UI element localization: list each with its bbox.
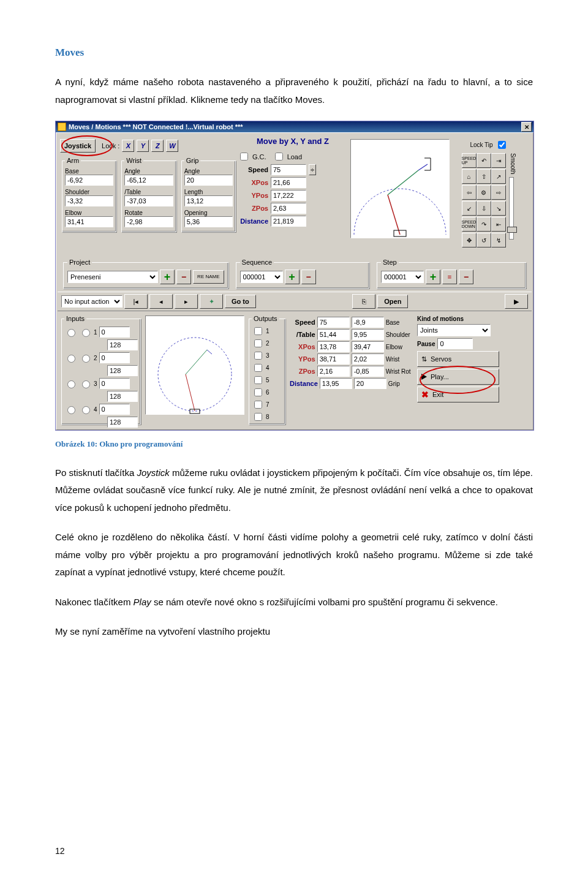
input-4a-field[interactable] [99, 404, 130, 415]
sequence-select[interactable]: 000001 [240, 271, 283, 283]
tool-reset-icon[interactable]: ↺ [477, 233, 491, 247]
output-6-checkbox[interactable] [254, 388, 262, 396]
tool-home-icon[interactable]: ⌂ [462, 169, 477, 184]
output-7-checkbox[interactable] [254, 401, 262, 409]
tool-arm-icon[interactable]: ↯ [491, 233, 506, 247]
arm-elbow-field[interactable] [65, 216, 113, 227]
input-4b-field[interactable] [107, 417, 138, 428]
sequence-remove-button[interactable]: − [301, 270, 316, 284]
input-3b-field[interactable] [107, 391, 138, 402]
project-remove-button[interactable]: − [176, 270, 191, 284]
gc-checkbox[interactable] [240, 153, 248, 161]
b-distance-field[interactable] [320, 378, 352, 389]
lock-w-button[interactable]: W [166, 140, 178, 152]
input-3-radio-b[interactable] [82, 380, 90, 388]
project-add-button[interactable]: + [160, 270, 175, 284]
tool-rotate-cw-icon[interactable]: ↷ [477, 217, 491, 232]
next-icon[interactable]: ▸ [175, 294, 198, 309]
tool-tilt-up-icon[interactable]: ↗ [491, 169, 506, 184]
input-action-select[interactable]: No input action [61, 295, 123, 308]
speed-stepper[interactable]: ÷ [309, 164, 316, 175]
input-2b-field[interactable] [107, 365, 138, 376]
tool-up-icon[interactable]: ⇧ [477, 169, 491, 184]
close-icon[interactable]: ✕ [521, 122, 532, 132]
input-2-radio-b[interactable] [82, 355, 90, 363]
run-icon[interactable]: ✦ [200, 294, 223, 309]
open-button[interactable]: Open [377, 295, 408, 308]
b-shoulder-field[interactable] [352, 329, 384, 340]
grip-opening-field[interactable] [184, 216, 233, 227]
input-3a-field[interactable] [99, 378, 130, 389]
lock-x-button[interactable]: X [122, 140, 134, 152]
output-2-checkbox[interactable] [254, 339, 262, 347]
tool-tilt-down-icon[interactable]: ↘ [491, 201, 506, 216]
b-grip-field[interactable] [354, 378, 386, 389]
tool-grip-open-icon[interactable]: ⇤ [491, 217, 506, 232]
output-3-checkbox[interactable] [254, 352, 262, 360]
load-checkbox[interactable] [275, 153, 283, 161]
smooth-slider[interactable] [509, 177, 514, 240]
tool-right-icon[interactable]: ⇨ [491, 185, 506, 200]
project-rename-button[interactable]: RE NAME [193, 270, 224, 284]
prev-icon[interactable]: ◂ [149, 294, 173, 309]
copy-icon[interactable]: ⎘ [352, 294, 375, 309]
exit-button[interactable]: ✖ Exit [417, 387, 499, 402]
grip-angle-field[interactable] [184, 175, 233, 186]
goto-button[interactable]: Go to [225, 295, 256, 308]
step-equal-button[interactable]: = [442, 270, 457, 284]
tool-down-icon[interactable]: ⇩ [477, 201, 491, 216]
speed-field[interactable] [271, 164, 306, 175]
output-8-checkbox[interactable] [254, 413, 262, 421]
ypos-field[interactable] [271, 190, 306, 201]
wrist-rotate-field[interactable] [124, 216, 173, 227]
tool-speeddown-icon[interactable]: SPEEDDOWN [462, 217, 477, 232]
input-2a-field[interactable] [99, 352, 130, 363]
servos-button[interactable]: ⇅ Servos [417, 351, 499, 367]
input-2-radio-a[interactable] [67, 355, 75, 363]
project-select[interactable]: Preneseni [67, 271, 158, 283]
output-4-checkbox[interactable] [254, 364, 262, 372]
lock-tip-checkbox[interactable] [498, 141, 506, 149]
step-select[interactable]: 000001 [381, 271, 424, 283]
input-4-radio-b[interactable] [82, 406, 90, 414]
input-1-radio-a[interactable] [67, 329, 75, 337]
distance-field[interactable] [271, 216, 306, 227]
grip-length-field[interactable] [184, 195, 233, 206]
b-wristrot-field[interactable] [352, 366, 384, 377]
xpos-field[interactable] [271, 177, 306, 188]
tool-wrist-icon[interactable]: ✥ [462, 233, 477, 247]
b-zpos-field[interactable] [317, 366, 350, 377]
input-1b-field[interactable] [107, 339, 138, 350]
output-1-checkbox[interactable] [254, 327, 262, 335]
output-5-checkbox[interactable] [254, 376, 262, 384]
play-button[interactable]: Play... [417, 369, 499, 385]
b-wrist-field[interactable] [352, 353, 384, 365]
input-3-radio-a[interactable] [67, 380, 75, 388]
tool-left-icon[interactable]: ⇦ [462, 185, 477, 200]
b-ypos-field[interactable] [317, 353, 350, 365]
b-xpos-field[interactable] [317, 341, 350, 352]
input-4-radio-a[interactable] [67, 406, 75, 414]
input-1-radio-b[interactable] [82, 329, 90, 337]
play-step-icon[interactable]: ▶ [505, 294, 528, 309]
first-icon[interactable]: |◂ [124, 294, 148, 309]
tool-diag-dl-icon[interactable]: ↙ [462, 201, 477, 216]
b-base-field[interactable] [352, 317, 384, 328]
tool-speedup-icon[interactable]: SPEEDUP [462, 153, 477, 168]
kind-of-motions-select[interactable]: Joints [417, 324, 491, 336]
wrist-table-field[interactable] [124, 195, 173, 206]
arm-base-field[interactable] [65, 175, 113, 186]
input-1a-field[interactable] [99, 327, 130, 338]
wrist-angle-field[interactable] [124, 175, 173, 186]
sequence-add-button[interactable]: + [285, 270, 300, 284]
b-table-field[interactable] [317, 329, 350, 340]
tool-rotate-ccw-icon[interactable]: ↶ [477, 153, 491, 168]
zpos-field[interactable] [271, 203, 306, 214]
pause-field[interactable] [437, 338, 473, 349]
lock-z-button[interactable]: Z [151, 140, 164, 152]
b-elbow-field[interactable] [352, 341, 384, 352]
arm-shoulder-field[interactable] [65, 195, 113, 206]
joystick-button[interactable]: Joystick [60, 139, 96, 153]
step-add-button[interactable]: + [426, 270, 440, 284]
step-remove-button[interactable]: − [459, 270, 473, 284]
